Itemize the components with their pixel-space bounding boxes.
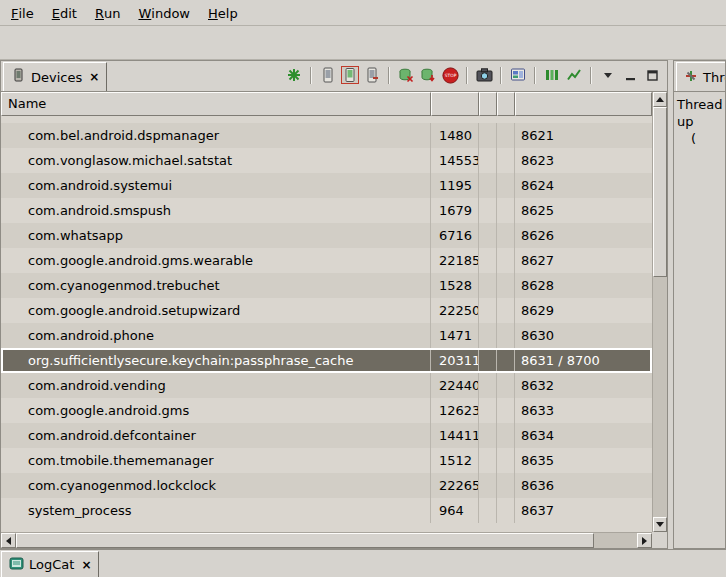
scroll-down-button[interactable] — [653, 517, 667, 532]
toolbar-separator — [388, 67, 390, 84]
device-row[interactable]: com.cyanogenmod.lockclock 22265 8636 — [1, 473, 652, 498]
tab-logcat-label: LogCat — [29, 557, 74, 572]
debug-process-icon[interactable] — [285, 66, 303, 84]
tab-logcat-close-icon[interactable]: × — [79, 559, 91, 571]
device-row[interactable]: com.vonglasow.michael.satstat 14553 8623 — [1, 148, 652, 173]
blank-cell — [479, 423, 497, 448]
blank-cell — [497, 473, 515, 498]
column-header-blank1[interactable] — [479, 92, 497, 116]
process-port: 8637 — [515, 498, 652, 523]
blank-cell — [479, 223, 497, 248]
process-table-content: Name com.bel.android.dspmanager 1480 862… — [1, 92, 652, 532]
column-header-name[interactable]: Name — [1, 92, 431, 116]
process-port: 8633 — [515, 398, 652, 423]
device-row[interactable]: com.android.smspush 1679 8625 — [1, 198, 652, 223]
minimize-icon[interactable] — [621, 66, 639, 84]
threads-panel: Threa Thread up ( — [673, 60, 726, 549]
scroll-up-button[interactable] — [653, 92, 667, 107]
blank-cell — [497, 248, 515, 273]
device-row[interactable]: com.android.vending 22440 8632 — [1, 373, 652, 398]
device-row[interactable]: com.android.defcontainer 14411 8634 — [1, 423, 652, 448]
process-pid: 964 — [431, 498, 479, 523]
vertical-scrollbar[interactable] — [652, 92, 667, 532]
device-row[interactable]: com.google.android.setupwizard 22250 862… — [1, 298, 652, 323]
blank-cell — [497, 373, 515, 398]
process-name: com.android.defcontainer — [1, 423, 431, 448]
method-profiling-icon[interactable] — [419, 66, 437, 84]
column-header-port[interactable] — [515, 92, 652, 116]
process-port: 8628 — [515, 273, 652, 298]
stop-process-icon[interactable]: STOP — [441, 66, 459, 84]
table-header-row: Name — [1, 92, 652, 116]
blank-cell — [497, 273, 515, 298]
scroll-right-button[interactable] — [637, 533, 652, 548]
device-row[interactable]: system_process 964 8637 — [1, 498, 652, 523]
blank-cell — [497, 173, 515, 198]
view-menu-icon[interactable] — [599, 66, 617, 84]
device-row[interactable]: com.tmobile.thememanager 1512 8635 — [1, 448, 652, 473]
blank-cell — [497, 223, 515, 248]
tab-threads-label: Threa — [703, 70, 725, 85]
tab-devices-close-icon[interactable]: × — [87, 71, 99, 83]
process-pid: 1480 — [431, 123, 479, 148]
main-area: Devices × — [0, 60, 726, 549]
device-row[interactable]: com.bel.android.dspmanager 1480 8621 — [1, 123, 652, 148]
device-row[interactable]: com.android.phone 1471 8630 — [1, 323, 652, 348]
device-row[interactable]: com.whatsapp 6716 8626 — [1, 223, 652, 248]
threads-message: Thread up ( — [674, 92, 725, 151]
blank-cell — [479, 448, 497, 473]
process-pid: 1679 — [431, 198, 479, 223]
menu-window[interactable]: Window — [129, 0, 199, 25]
blank-cell — [497, 348, 515, 373]
device-icon — [11, 68, 26, 86]
blank-cell — [497, 148, 515, 173]
process-name: com.google.android.gms — [1, 398, 431, 423]
threads-icon — [684, 69, 698, 86]
process-pid: 1512 — [431, 448, 479, 473]
screen-capture-icon[interactable] — [475, 66, 493, 84]
update-threads-icon[interactable] — [397, 66, 415, 84]
column-header-blank2[interactable] — [497, 92, 515, 116]
dump-hprof-icon[interactable] — [341, 66, 359, 84]
menu-file[interactable]: File — [2, 0, 43, 25]
process-name: com.android.systemui — [1, 173, 431, 198]
cause-gc-icon[interactable] — [363, 66, 381, 84]
process-port: 8634 — [515, 423, 652, 448]
vertical-scroll-thumb[interactable] — [653, 107, 667, 277]
device-row[interactable]: org.sufficientlysecure.keychain:passphra… — [1, 348, 652, 373]
device-row[interactable]: com.google.android.gms 12623 8633 — [1, 398, 652, 423]
process-name: com.cyanogenmod.trebuchet — [1, 273, 431, 298]
menu-help[interactable]: Help — [199, 0, 247, 25]
view-hierarchy-icon[interactable] — [543, 66, 561, 84]
process-table: Name com.bel.android.dspmanager 1480 862… — [1, 92, 667, 548]
tab-devices[interactable]: Devices × — [3, 62, 107, 91]
system-info-icon[interactable] — [509, 66, 527, 84]
column-header-pid[interactable] — [431, 92, 479, 116]
device-row[interactable]: com.cyanogenmod.trebuchet 1528 8628 — [1, 273, 652, 298]
tab-threads[interactable]: Threa — [676, 62, 725, 91]
blank-cell — [479, 273, 497, 298]
device-row[interactable]: com.android.systemui 1195 8624 — [1, 173, 652, 198]
update-heap-icon[interactable] — [319, 66, 337, 84]
profiling-chart-icon[interactable] — [565, 66, 583, 84]
horizontal-scrollbar[interactable] — [1, 532, 652, 548]
logcat-icon — [9, 556, 24, 574]
menu-edit[interactable]: Edit — [43, 0, 86, 25]
threads-message-line1: Thread up — [677, 96, 722, 130]
maximize-icon[interactable] — [643, 66, 661, 84]
device-row[interactable]: com.google.android.gms.wearable 22185 86… — [1, 248, 652, 273]
process-pid: 12623 — [431, 398, 479, 423]
blank-cell — [479, 173, 497, 198]
process-name: com.cyanogenmod.lockclock — [1, 473, 431, 498]
scroll-left-button[interactable] — [1, 533, 16, 548]
menu-run[interactable]: Run — [86, 0, 130, 25]
blank-cell — [479, 373, 497, 398]
blank-cell — [497, 498, 515, 523]
process-port: 8625 — [515, 198, 652, 223]
tab-logcat[interactable]: LogCat × — [1, 551, 99, 577]
horizontal-scroll-thumb[interactable] — [16, 533, 594, 548]
threads-message-line2: ( — [677, 130, 722, 147]
process-pid: 6716 — [431, 223, 479, 248]
toolbar-separator — [534, 67, 536, 84]
devices-view-toolbar: STOP — [283, 66, 663, 84]
